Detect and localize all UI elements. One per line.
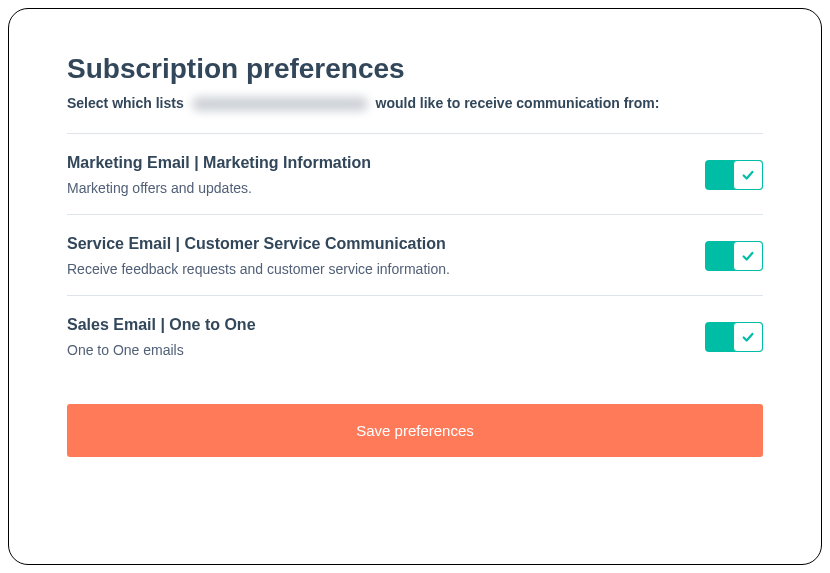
list-item-text: Service Email | Customer Service Communi…: [67, 235, 705, 277]
subtitle-suffix: would like to receive communication from…: [376, 95, 660, 111]
page-title: Subscription preferences: [67, 53, 763, 85]
list-item-title: Sales Email | One to One: [67, 316, 705, 334]
toggle-service[interactable]: [705, 241, 763, 271]
toggle-marketing[interactable]: [705, 160, 763, 190]
list-item-text: Sales Email | One to One One to One emai…: [67, 316, 705, 358]
toggle-thumb: [733, 160, 763, 190]
subtitle-prefix: Select which lists: [67, 95, 184, 111]
list-item: Service Email | Customer Service Communi…: [67, 215, 763, 295]
list-item: Marketing Email | Marketing Information …: [67, 134, 763, 214]
list-item-description: Receive feedback requests and customer s…: [67, 261, 705, 277]
list-item-description: Marketing offers and updates.: [67, 180, 705, 196]
list-item-title: Marketing Email | Marketing Information: [67, 154, 705, 172]
list-item-description: One to One emails: [67, 342, 705, 358]
check-icon: [741, 168, 755, 182]
check-icon: [741, 330, 755, 344]
list-item-title: Service Email | Customer Service Communi…: [67, 235, 705, 253]
check-icon: [741, 249, 755, 263]
toggle-thumb: [733, 322, 763, 352]
list-item: Sales Email | One to One One to One emai…: [67, 296, 763, 376]
list-item-text: Marketing Email | Marketing Information …: [67, 154, 705, 196]
preferences-card: Subscription preferences Select which li…: [8, 8, 822, 565]
redacted-email: [192, 97, 368, 111]
toggle-sales[interactable]: [705, 322, 763, 352]
page-subtitle: Select which lists would like to receive…: [67, 95, 763, 111]
save-preferences-button[interactable]: Save preferences: [67, 404, 763, 457]
toggle-thumb: [733, 241, 763, 271]
